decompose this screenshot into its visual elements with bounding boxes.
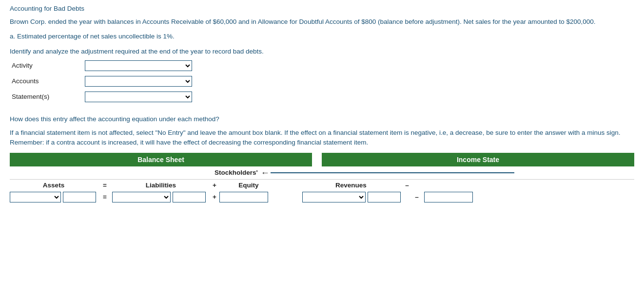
statements-label: Statement(s) [12,93,85,100]
revenues-select[interactable] [302,192,366,202]
assets-input[interactable] [63,192,96,202]
income-statement-header: Income State [322,153,634,166]
equals-spacer: = [98,193,112,201]
instruction2-line1: How does this entry affect the accountin… [10,114,634,124]
equation-section: Balance Sheet Income State Stockholders'… [10,153,634,204]
plus-spacer: + [210,193,219,201]
revenues-input[interactable] [368,192,401,202]
activity-row: Activity [10,60,634,71]
revenues-header: Revenues [302,182,400,189]
assets-select[interactable] [10,192,61,202]
minus-header: – [400,182,414,189]
intro-paragraph: Brown Corp. ended the year with balances… [10,17,634,27]
header-gap [312,153,322,166]
equity-input[interactable] [219,192,268,202]
expenses-input[interactable] [424,192,473,202]
statements-select[interactable] [85,92,192,102]
liabilities-input[interactable] [173,192,206,202]
minus-spacer: – [410,193,424,201]
statements-row: Statement(s) [10,92,634,102]
liabilities-header: Liabilities [112,182,210,189]
arrow-left-icon: ← [261,168,270,177]
plus-header: + [210,182,219,189]
balance-sheet-header: Balance Sheet [10,153,312,166]
page-title: Accounting for Bad Debts [10,5,634,12]
equation-header: Balance Sheet Income State [10,153,634,166]
assets-header: Assets [10,182,98,189]
accounts-select[interactable] [85,76,192,87]
equals-header: = [98,182,112,189]
accounts-label: Accounts [12,77,85,85]
instruction1: Identify and analyze the adjustment requ… [10,47,634,56]
instruction2-line2: If a financial statement item is not aff… [10,128,634,148]
liabilities-select[interactable] [112,192,171,202]
part-a-text: a. Estimated percentage of net sales unc… [10,32,634,41]
activity-label: Activity [12,62,85,69]
equation-inputs: = + – [10,190,634,204]
column-headers: Assets = Liabilities + Equity Revenues – [10,180,634,190]
equity-header: Equity [219,182,278,189]
accounts-row: Accounts [10,76,634,87]
stockholders-label: Stockholders' ← [215,168,514,177]
stockholders-row: Stockholders' ← [10,166,634,180]
activity-select[interactable] [85,60,192,71]
